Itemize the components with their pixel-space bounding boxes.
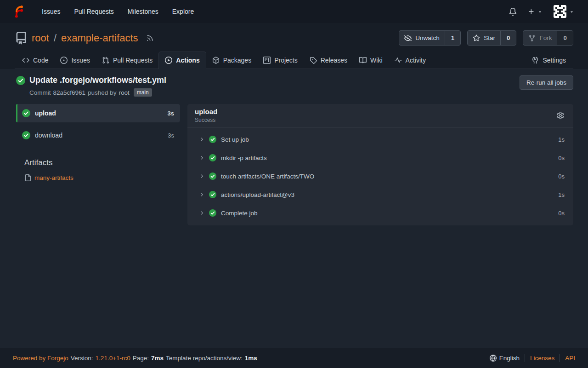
- tab-wiki[interactable]: Wiki: [353, 52, 388, 69]
- tag-icon: [310, 57, 317, 64]
- forks-count[interactable]: 0: [557, 31, 573, 45]
- pulse-icon: [395, 57, 402, 64]
- artifact-link-many-artifacts[interactable]: many-artifacts: [34, 174, 74, 181]
- step-duration: 1s: [558, 191, 565, 198]
- tab-packages[interactable]: Packages: [206, 52, 257, 69]
- plus-icon: [528, 8, 535, 15]
- globe-icon: [490, 355, 497, 362]
- step-name: actions/upload-artifact@v3: [221, 191, 294, 198]
- job-status-success-icon: [22, 109, 30, 117]
- tab-pull-requests[interactable]: Pull Requests: [96, 52, 158, 69]
- step-row-complete-job[interactable]: Complete job 0s: [187, 204, 573, 222]
- step-status-success-icon: [209, 154, 216, 161]
- job-name: upload: [35, 109, 56, 117]
- play-circle-icon: [165, 57, 172, 64]
- tab-issues[interactable]: Issues: [54, 52, 96, 69]
- tab-label: Actions: [176, 57, 199, 64]
- actions-run-view: Update .forgejo/workflows/test.yml Commi…: [0, 69, 588, 348]
- page-footer: Powered by ForgejoVersion:1.21.0+1-rc0Pa…: [0, 348, 588, 368]
- job-options-button[interactable]: [555, 110, 566, 121]
- book-icon: [359, 57, 367, 64]
- step-duration: 0s: [558, 173, 565, 180]
- wrench-icon: [531, 57, 539, 64]
- step-row-upload-artifact[interactable]: actions/upload-artifact@v3 1s: [187, 185, 573, 204]
- caret-down-icon: [569, 9, 574, 14]
- nav-link-pull-requests[interactable]: Pull Requests: [67, 0, 120, 23]
- repo-name-link[interactable]: example-artifacts: [61, 32, 138, 44]
- tab-projects[interactable]: Projects: [257, 52, 304, 69]
- file-icon: [24, 174, 31, 181]
- chevron-right-icon: [199, 137, 204, 142]
- step-row-touch[interactable]: touch artifacts/ONE artifacts/TWO 0s: [187, 167, 573, 185]
- forgejo-logo[interactable]: [11, 5, 25, 18]
- chevron-right-icon: [199, 155, 204, 161]
- tab-activity[interactable]: Activity: [389, 52, 432, 69]
- tab-code[interactable]: Code: [16, 52, 54, 69]
- job-detail-name: upload: [195, 108, 217, 115]
- commit-label: Commit: [29, 89, 51, 96]
- step-status-success-icon: [209, 172, 216, 180]
- watchers-count[interactable]: 1: [445, 31, 461, 45]
- step-row-set-up-job[interactable]: Set up job 1s: [187, 130, 573, 149]
- watch-button-group: Unwatch 1: [399, 30, 461, 46]
- repo-header: root / example-artifacts Unwatch 1: [0, 23, 588, 69]
- package-icon: [212, 57, 220, 64]
- star-icon: [473, 34, 480, 42]
- unwatch-button[interactable]: Unwatch: [399, 31, 445, 45]
- fork-label: Fork: [539, 34, 552, 41]
- footer-info: Powered by ForgejoVersion:1.21.0+1-rc0Pa…: [13, 355, 257, 362]
- job-item-download[interactable]: download 3s: [16, 126, 180, 144]
- tab-actions[interactable]: Actions: [158, 52, 206, 69]
- create-new-dropdown[interactable]: [522, 0, 548, 23]
- job-item-upload[interactable]: upload 3s: [16, 104, 180, 122]
- commit-hash-link[interactable]: 82a5cf6961: [53, 89, 86, 96]
- version-value: 1.21.0+1-rc0: [96, 355, 130, 362]
- chevron-right-icon: [199, 192, 204, 197]
- tab-releases[interactable]: Releases: [304, 52, 353, 69]
- rss-icon[interactable]: [146, 34, 154, 42]
- artifact-item: many-artifacts: [24, 174, 180, 181]
- fork-button[interactable]: Fork: [523, 31, 557, 45]
- stars-count[interactable]: 0: [500, 31, 516, 45]
- licenses-link[interactable]: Licenses: [530, 355, 554, 362]
- tab-label: Activity: [406, 57, 426, 64]
- nav-link-explore[interactable]: Explore: [165, 0, 201, 23]
- step-status-success-icon: [209, 191, 216, 198]
- repo-path-separator: /: [54, 32, 57, 44]
- artifacts-heading: Artifacts: [24, 158, 180, 167]
- step-name: mkdir -p artifacts: [221, 155, 267, 161]
- job-detail-header: upload Success: [187, 104, 573, 127]
- committer-link[interactable]: root: [119, 89, 129, 96]
- run-title: Update .forgejo/workflows/test.yml: [29, 75, 166, 85]
- git-pull-request-icon: [102, 57, 109, 64]
- tab-label: Issues: [71, 57, 90, 64]
- repo-owner-link[interactable]: root: [32, 32, 49, 44]
- nav-link-issues[interactable]: Issues: [35, 0, 67, 23]
- code-icon: [22, 57, 29, 64]
- page-time-label: Page:: [133, 355, 149, 362]
- eye-slash-icon: [404, 34, 412, 42]
- branch-badge[interactable]: main: [134, 88, 152, 97]
- tab-settings[interactable]: Settings: [526, 52, 572, 69]
- tab-label: Wiki: [370, 57, 382, 64]
- job-detail-panel: upload Success Set up job 1s: [187, 104, 573, 225]
- language-selector[interactable]: English: [490, 355, 520, 362]
- rerun-all-jobs-button[interactable]: Re-run all jobs: [520, 75, 573, 90]
- step-name: touch artifacts/ONE artifacts/TWO: [221, 173, 314, 180]
- user-menu-dropdown[interactable]: [548, 0, 580, 23]
- job-detail-status: Success: [195, 117, 217, 123]
- avatar: [554, 5, 566, 18]
- notifications-button[interactable]: [503, 0, 522, 23]
- tab-label: Pull Requests: [113, 57, 153, 64]
- step-duration: 0s: [558, 155, 565, 161]
- fork-icon: [528, 34, 536, 42]
- tab-label: Settings: [543, 57, 566, 64]
- nav-link-milestones[interactable]: Milestones: [121, 0, 165, 23]
- pushed-by-label: pushed by: [88, 89, 116, 96]
- api-link[interactable]: API: [565, 355, 575, 362]
- powered-by-link[interactable]: Powered by Forgejo: [13, 355, 68, 362]
- job-list-sidebar: upload 3s download 3s Artifacts many-art…: [16, 104, 180, 225]
- template-time-label: Template repo/actions/view:: [166, 355, 243, 362]
- star-button[interactable]: Star: [468, 31, 500, 45]
- step-row-mkdir[interactable]: mkdir -p artifacts 0s: [187, 149, 573, 167]
